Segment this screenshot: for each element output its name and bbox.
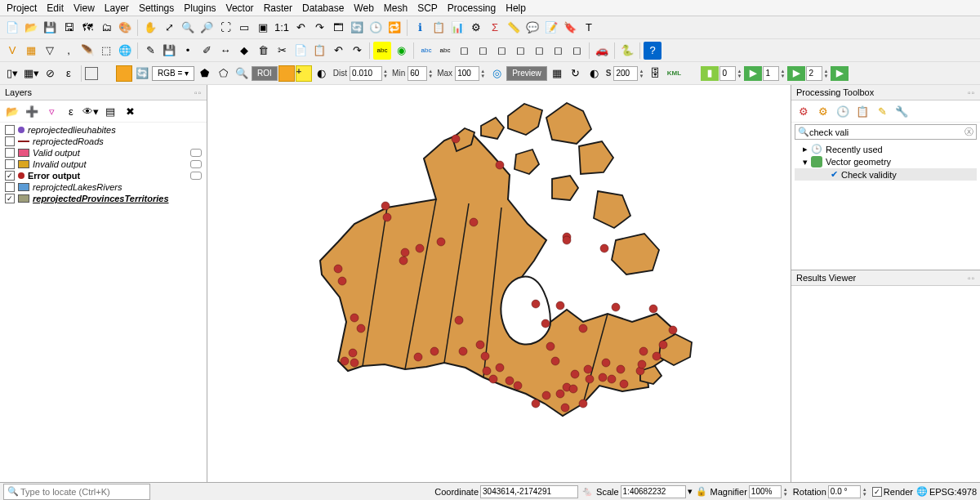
stats-icon[interactable]: Σ <box>486 19 504 37</box>
style-manager-icon[interactable]: 🎨 <box>116 19 134 37</box>
temporal-icon[interactable]: 🕒 <box>367 19 385 37</box>
cut-icon[interactable]: ✂ <box>273 42 291 60</box>
nav-1-spin[interactable]: ▲▼ <box>780 68 786 79</box>
max-input[interactable] <box>455 66 479 81</box>
pan-to-selection-icon[interactable]: ⤢ <box>160 19 178 37</box>
layer-checkbox[interactable] <box>5 148 15 158</box>
refresh-icon[interactable]: 🔄 <box>348 19 366 37</box>
menu-processing[interactable]: Processing <box>443 1 501 16</box>
clear-search-icon[interactable]: ⓧ <box>964 126 973 138</box>
layers-close-icon[interactable]: ▫▫ <box>194 88 202 97</box>
nav-2-input[interactable] <box>806 66 822 81</box>
redo-icon[interactable]: ↷ <box>348 42 366 60</box>
bookmark-icon[interactable]: 🔖 <box>561 19 579 37</box>
label-abc-icon[interactable]: abc <box>373 42 391 60</box>
target-icon[interactable]: ◎ <box>488 65 506 83</box>
paste-icon[interactable]: 📋 <box>310 42 328 60</box>
layer-filter-icon[interactable]: ▿ <box>42 102 60 120</box>
green-nav-0-icon[interactable]: ▮ <box>701 66 719 81</box>
select-expr-icon[interactable]: ε <box>60 65 78 83</box>
select-all-icon[interactable]: ▦▾ <box>22 65 40 83</box>
zoom-next-icon[interactable]: ↷ <box>310 19 328 37</box>
wms-icon[interactable]: 🌐 <box>116 42 134 60</box>
label-tool-9-icon[interactable]: ◻ <box>568 42 586 60</box>
scp-load-icon[interactable]: 🔄 <box>133 65 151 83</box>
label-tool-3-icon[interactable]: ◻ <box>455 42 473 60</box>
layer-row[interactable]: ✓Error output <box>2 170 205 181</box>
menu-scp[interactable]: SCP <box>412 1 443 16</box>
zoom-last-icon[interactable]: ↶ <box>292 19 310 37</box>
delimited-layer-icon[interactable]: , <box>60 42 78 60</box>
identify-icon[interactable]: ℹ <box>411 19 429 37</box>
s-spin[interactable]: ▲▼ <box>639 68 645 79</box>
menu-edit[interactable]: Edit <box>42 1 69 16</box>
menu-raster[interactable]: Raster <box>259 1 297 16</box>
spatialite-icon[interactable]: 🪶 <box>78 42 96 60</box>
coord-value[interactable] <box>480 485 578 498</box>
results-close-icon[interactable]: ▫▫ <box>968 274 975 283</box>
processing-search[interactable]: 🔍 ⓧ <box>795 124 977 140</box>
help-icon[interactable]: ? <box>644 42 662 60</box>
measure-icon[interactable]: 📏 <box>505 19 523 37</box>
menu-plugins[interactable]: Plugins <box>179 1 220 16</box>
label-tool-5-icon[interactable]: ◻ <box>492 42 510 60</box>
maptips-icon[interactable]: 💬 <box>523 19 541 37</box>
delete-icon[interactable]: 🗑 <box>254 42 272 60</box>
layer-remove-icon[interactable]: ✖ <box>121 102 139 120</box>
layer-row[interactable]: reprojctedLakesRivers <box>2 181 205 193</box>
attribute-table-icon[interactable]: 📋 <box>430 19 448 37</box>
preview-close-icon[interactable]: ◐ <box>586 65 604 83</box>
proc-gear-icon[interactable]: ⚙ <box>795 102 813 120</box>
menu-help[interactable]: Help <box>501 1 531 16</box>
label-tool-1-icon[interactable]: abc <box>417 42 435 60</box>
render-checkbox[interactable]: ✓ <box>872 487 882 497</box>
menu-web[interactable]: Web <box>349 1 378 16</box>
min-spin[interactable]: ▲▼ <box>428 68 434 79</box>
layout-manager-icon[interactable]: 🗂 <box>97 19 115 37</box>
layer-expand-icon[interactable]: ▤ <box>101 102 119 120</box>
layer-add-icon[interactable]: ➕ <box>23 102 41 120</box>
roi-add-icon[interactable]: + <box>296 65 312 82</box>
layer-row[interactable]: reprojectedlieuhabites <box>2 124 205 136</box>
green-nav-end-icon[interactable]: ▶ <box>831 66 849 81</box>
proc-edit-icon[interactable]: ✎ <box>873 102 891 120</box>
nav-0-spin[interactable]: ▲▼ <box>737 68 743 79</box>
field-calc-icon[interactable]: 📊 <box>448 19 466 37</box>
dist-spin[interactable]: ▲▼ <box>383 68 390 79</box>
cumulative-icon[interactable]: ⬠ <box>214 65 232 83</box>
layer-checkbox[interactable] <box>5 182 15 192</box>
nav-1-input[interactable] <box>763 66 779 81</box>
label-tool-2-icon[interactable]: abc <box>436 42 454 60</box>
zoom-selection-icon[interactable]: ▭ <box>235 19 253 37</box>
raster-layer-icon[interactable]: ▦ <box>22 42 40 60</box>
scp-working-set-icon[interactable] <box>116 65 132 82</box>
proc-options-icon[interactable]: 🔧 <box>893 102 911 120</box>
menu-layer[interactable]: Layer <box>100 1 134 16</box>
layer-expr-icon[interactable]: ε <box>62 102 80 120</box>
deselect-icon[interactable]: ⊘ <box>41 65 59 83</box>
local-stretch-icon[interactable]: 🔍 <box>233 65 251 83</box>
layer-checkbox[interactable] <box>5 159 15 169</box>
nav-0-input[interactable] <box>719 66 736 81</box>
tree-vector-geometry[interactable]: ▾ Vector geometry <box>795 155 977 168</box>
layout-icon[interactable]: 🗺 <box>78 19 96 37</box>
green-nav-next2-icon[interactable]: ▶ <box>787 66 805 81</box>
reload-icon[interactable]: 🔁 <box>385 19 403 37</box>
crs-value[interactable]: EPSG:4978 <box>929 487 977 497</box>
copy-icon[interactable]: 📄 <box>292 42 310 60</box>
menu-view[interactable]: View <box>69 1 100 16</box>
green-nav-next-icon[interactable]: ▶ <box>744 66 762 81</box>
zoom-out-icon[interactable]: 🔎 <box>198 19 216 37</box>
processing-close-icon[interactable]: ▫▫ <box>968 88 975 97</box>
text-format-icon[interactable]: T <box>580 19 598 37</box>
zoom-full-icon[interactable]: ⛶ <box>216 19 234 37</box>
map-canvas[interactable] <box>207 85 791 482</box>
edit-toggle-icon[interactable]: ✎ <box>141 42 159 60</box>
layer-row[interactable]: Invalid output <box>2 158 205 170</box>
max-spin[interactable]: ▲▼ <box>480 68 487 79</box>
menu-project[interactable]: Project <box>2 1 42 16</box>
s-input[interactable] <box>613 66 638 81</box>
zoom-native-icon[interactable]: 1:1 <box>273 19 291 37</box>
python-icon[interactable]: 🐍 <box>618 42 636 60</box>
mag-spin[interactable]: ▲▼ <box>783 486 790 498</box>
